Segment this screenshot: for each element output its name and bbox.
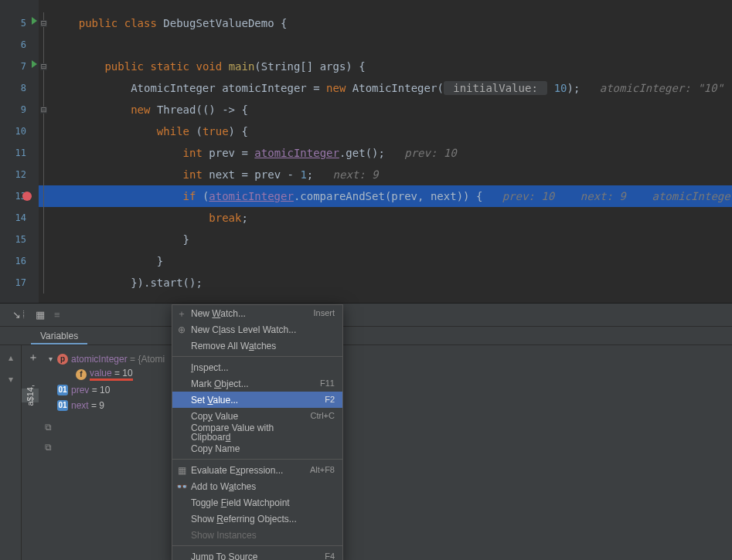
tree-toggle-icon[interactable]: ▾ — [46, 355, 54, 363]
menu-item[interactable]: Toggle Field Watchpoint — [172, 494, 342, 511]
menu-item: Show Instances — [172, 527, 342, 543]
code-line[interactable]: int prev = atomicInteger.get(); prev: 10 — [39, 142, 732, 164]
variable-label: prev = 10 — [71, 385, 110, 395]
menu-item[interactable]: Copy ValueCtrl+C — [172, 408, 342, 424]
debug-left-gutter: ▴ ▾ — [0, 345, 22, 560]
variable-label: next = 9 — [71, 401, 104, 410]
menu-item[interactable]: Inspect... — [172, 359, 342, 375]
calculator-icon[interactable]: ▦ — [36, 310, 45, 320]
code-line[interactable]: if (atomicInteger.compareAndSet(prev, ne… — [39, 185, 732, 207]
menu-item-label: Add to Watches — [191, 482, 301, 491]
tab-variables[interactable]: Variables — [31, 328, 87, 344]
menu-item[interactable]: Remove All Watches — [172, 338, 342, 354]
variable-row[interactable]: f value = 10 — [22, 367, 732, 382]
step-into-icon[interactable]: ↘⸽ — [12, 310, 26, 320]
add-watch-icon[interactable]: ＋ — [28, 351, 39, 362]
link-icon[interactable]: ⧉ — [45, 443, 60, 452]
code-line[interactable]: } — [39, 229, 732, 250]
menu-item[interactable]: ＋New Watch...Insert — [172, 305, 342, 321]
menu-item[interactable]: Compare Value with Clipboard — [172, 424, 342, 440]
menu-item-label: Set Value... — [191, 395, 301, 405]
menu-item-label: Show Referring Objects... — [191, 514, 301, 524]
menu-item[interactable]: Set Value...F2 — [172, 392, 342, 408]
code-line[interactable]: int next = prev - 1; next: 9 — [39, 164, 732, 185]
menu-item[interactable]: Mark Object...F11 — [172, 375, 342, 392]
fold-icon[interactable]: ⊟ — [40, 107, 47, 114]
menu-item-shortcut: F2 — [301, 395, 342, 404]
breakpoint-icon[interactable] — [22, 192, 32, 201]
code-line[interactable]: ⊟ new Thread(() -> { — [39, 99, 732, 120]
menu-item-label: Inspect... — [191, 363, 301, 372]
code-line[interactable]: break; — [39, 207, 732, 229]
menu-item[interactable]: Jump To SourceF4 — [172, 548, 342, 560]
menu-item-shortcut: F11 — [301, 379, 342, 388]
variable-kind-icon: f — [76, 369, 87, 380]
settings-icon[interactable]: ≡ — [54, 310, 60, 320]
collapse-down-icon[interactable]: ▾ — [9, 375, 13, 384]
editor-code-area[interactable]: ⊟ public class DebugSetValueDemo {⊟ publ… — [39, 0, 732, 303]
menu-item-label: Compare Value with Clipboard — [191, 423, 301, 442]
menu-item-shortcut: Insert — [301, 309, 342, 317]
menu-item-label: New Class Level Watch... — [191, 325, 301, 334]
variable-kind-icon: 01 — [57, 385, 68, 395]
variable-label: atomicInteger = {Atomi — [71, 355, 165, 364]
variable-kind-icon: 01 — [57, 400, 68, 411]
run-icon[interactable] — [32, 17, 37, 25]
code-line[interactable] — [39, 34, 732, 56]
fold-icon[interactable]: ⊟ — [40, 20, 47, 27]
menu-item-label: New Watch... — [191, 309, 301, 318]
editor-gutter: 567891011121314151617 — [0, 0, 39, 303]
menu-item[interactable]: Show Referring Objects... — [172, 511, 342, 527]
code-line[interactable]: ⊟ public static void main(String[] args)… — [39, 56, 732, 77]
copy-icon[interactable]: ⧉ — [45, 423, 60, 432]
menu-item-label: Mark Object... — [191, 379, 301, 389]
collapse-up-icon[interactable]: ▴ — [9, 353, 13, 362]
variables-tree[interactable]: a$14, ⧉ ⧉ ＋▾p atomicInteger = {Atomif va… — [22, 345, 732, 560]
menu-item[interactable]: 👓Add to Watches — [172, 478, 342, 494]
variable-row[interactable]: 01 prev = 10 — [22, 382, 732, 398]
code-line[interactable]: }).start(); — [39, 272, 732, 294]
menu-item-label: Remove All Watches — [191, 341, 301, 351]
code-line[interactable]: while (true) { — [39, 120, 732, 142]
menu-item-label: Toggle Field Watchpoint — [191, 498, 301, 507]
context-menu[interactable]: ＋New Watch...Insert⊕New Class Level Watc… — [172, 304, 343, 560]
run-icon[interactable] — [32, 60, 37, 68]
debug-panel: ↘⸽ ▦ ≡ Variables ▴ ▾ a$14, ⧉ ⧉ ＋▾p atomi… — [0, 304, 732, 560]
menu-item-shortcut: F4 — [301, 552, 342, 560]
menu-item-label: Evaluate Expression... — [191, 466, 301, 475]
code-line[interactable]: } — [39, 250, 732, 272]
debug-toolbar: ↘⸽ ▦ ≡ — [0, 304, 732, 327]
menu-item-icon: ▦ — [172, 466, 191, 475]
debug-tabs: Variables — [0, 327, 732, 345]
fold-icon[interactable]: ⊟ — [40, 63, 47, 70]
menu-item-label: Show Instances — [191, 531, 301, 540]
menu-item-shortcut: Ctrl+C — [301, 412, 342, 420]
variable-label: value = 10 — [90, 368, 133, 381]
menu-item-label: Copy Name — [191, 444, 301, 453]
frames-tab[interactable]: a$14, — [22, 389, 39, 402]
menu-item[interactable]: ▦Evaluate Expression...Alt+F8 — [172, 462, 342, 478]
menu-item-label: Jump To Source — [191, 552, 301, 561]
code-editor[interactable]: 567891011121314151617 ⊟ public class Deb… — [0, 0, 732, 304]
menu-item-label: Copy Value — [191, 412, 301, 421]
variable-row[interactable]: ▾p atomicInteger = {Atomi — [22, 351, 732, 367]
variable-kind-icon: p — [57, 354, 68, 365]
menu-item-icon: ＋ — [172, 309, 191, 318]
variable-row[interactable]: 01 next = 9 — [22, 398, 732, 413]
code-line[interactable]: AtomicInteger atomicInteger = new Atomic… — [39, 77, 732, 99]
menu-item[interactable]: ⊕New Class Level Watch... — [172, 321, 342, 338]
menu-item-icon: 👓 — [172, 482, 191, 491]
menu-item-icon: ⊕ — [172, 325, 191, 334]
debug-side-tools: ⧉ ⧉ — [45, 423, 60, 452]
menu-item-shortcut: Alt+F8 — [301, 466, 342, 474]
code-line[interactable]: ⊟ public class DebugSetValueDemo { — [39, 12, 732, 34]
menu-item[interactable]: Copy Name — [172, 440, 342, 456]
